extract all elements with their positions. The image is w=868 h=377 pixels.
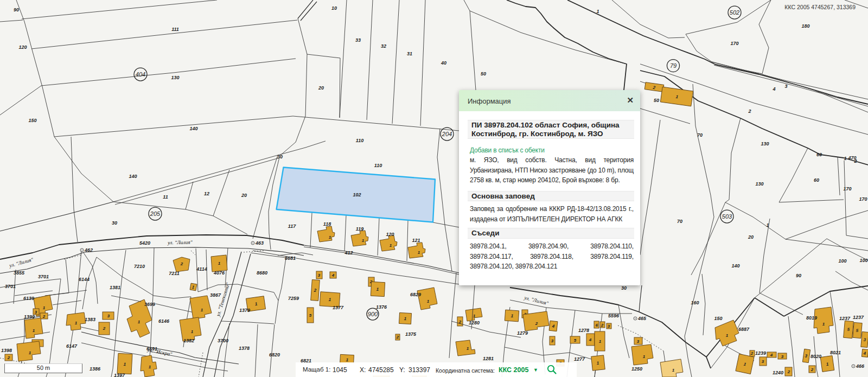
svg-text:1: 1: [33, 328, 35, 333]
svg-text:1: 1: [75, 321, 78, 325]
svg-text:6139: 6139: [23, 296, 34, 301]
svg-text:2: 2: [103, 326, 106, 331]
svg-text:110: 110: [374, 163, 382, 168]
svg-text:2: 2: [535, 321, 538, 326]
svg-text:30: 30: [112, 220, 117, 226]
svg-text:3: 3: [637, 339, 640, 344]
svg-text:7259: 7259: [288, 296, 299, 301]
svg-text:3: 3: [551, 338, 554, 343]
svg-text:1: 1: [766, 222, 769, 228]
svg-text:3867: 3867: [210, 292, 221, 298]
svg-text:170: 170: [843, 186, 851, 191]
svg-text:10: 10: [331, 5, 337, 11]
svg-text:900: 900: [368, 311, 378, 317]
svg-text:1237: 1237: [839, 316, 851, 321]
svg-text:465: 465: [637, 316, 647, 321]
svg-text:412: 412: [344, 250, 353, 255]
svg-text:1281: 1281: [483, 356, 494, 361]
svg-text:4114: 4114: [196, 266, 207, 272]
svg-text:1237: 1237: [853, 315, 864, 320]
svg-text:5: 5: [574, 338, 577, 343]
svg-text:1: 1: [672, 368, 675, 373]
svg-text:6147: 6147: [66, 343, 78, 349]
svg-text:1377: 1377: [333, 305, 344, 310]
svg-text:20: 20: [318, 85, 324, 91]
svg-text:50: 50: [654, 98, 659, 103]
svg-text:1382: 1382: [183, 338, 194, 343]
svg-text:4: 4: [770, 353, 773, 357]
svg-text:463: 463: [255, 240, 264, 246]
svg-text:462: 462: [84, 247, 93, 253]
svg-text:11: 11: [163, 194, 168, 200]
svg-text:1: 1: [390, 243, 392, 248]
svg-text:180: 180: [801, 23, 809, 29]
svg-text:170: 170: [730, 41, 738, 46]
svg-text:7210: 7210: [134, 264, 145, 269]
svg-text:466: 466: [856, 363, 865, 369]
svg-text:1383: 1383: [85, 317, 95, 322]
svg-text:150: 150: [714, 316, 722, 321]
svg-text:1: 1: [822, 322, 825, 327]
svg-text:130: 130: [171, 75, 179, 80]
svg-text:2: 2: [810, 367, 814, 372]
svg-text:33: 33: [355, 37, 361, 43]
svg-text:1399: 1399: [24, 314, 35, 320]
svg-text:3: 3: [318, 273, 321, 278]
svg-text:1279: 1279: [517, 330, 528, 336]
svg-text:130: 130: [755, 181, 763, 187]
svg-text:8681: 8681: [285, 255, 296, 261]
svg-text:1: 1: [149, 365, 151, 369]
svg-text:170: 170: [859, 196, 867, 202]
svg-text:130: 130: [761, 141, 769, 146]
svg-text:102: 102: [353, 192, 361, 197]
svg-text:1: 1: [29, 350, 31, 355]
svg-text:119: 119: [356, 226, 363, 232]
svg-text:40: 40: [441, 60, 446, 66]
svg-text:1: 1: [643, 354, 646, 359]
svg-text:3855: 3855: [14, 270, 25, 276]
svg-text:111: 111: [171, 27, 179, 32]
svg-text:5420: 5420: [139, 240, 150, 246]
svg-text:3: 3: [762, 359, 764, 364]
svg-text:3: 3: [781, 354, 784, 359]
svg-text:1: 1: [599, 339, 602, 344]
svg-text:100: 100: [838, 258, 846, 264]
svg-text:1278: 1278: [578, 328, 589, 333]
svg-text:2: 2: [853, 158, 857, 164]
svg-text:3: 3: [608, 324, 610, 329]
svg-text:8680: 8680: [257, 270, 267, 276]
svg-text:1397: 1397: [114, 373, 125, 377]
svg-text:30: 30: [277, 154, 283, 159]
svg-text:1: 1: [844, 156, 846, 161]
svg-text:8019: 8019: [806, 315, 817, 321]
svg-text:160: 160: [691, 300, 699, 305]
svg-text:140: 140: [731, 263, 739, 269]
svg-text:79: 79: [670, 62, 676, 69]
svg-text:1: 1: [138, 320, 141, 324]
svg-text:6829: 6829: [410, 292, 421, 297]
svg-text:3: 3: [784, 84, 787, 89]
svg-text:6146: 6146: [158, 318, 170, 324]
svg-text:2: 2: [180, 261, 183, 266]
svg-text:140: 140: [129, 174, 137, 179]
svg-text:121: 121: [412, 238, 420, 243]
svg-text:1: 1: [218, 261, 221, 266]
svg-text:1: 1: [191, 329, 194, 334]
svg-text:8021: 8021: [830, 350, 841, 355]
svg-text:4: 4: [331, 273, 335, 278]
svg-text:3699: 3699: [144, 302, 155, 307]
svg-text:1239: 1239: [755, 350, 766, 356]
svg-text:60: 60: [816, 152, 822, 157]
svg-text:1280: 1280: [469, 320, 480, 325]
svg-text:1: 1: [467, 346, 469, 351]
svg-text:20: 20: [748, 234, 754, 240]
svg-text:90: 90: [796, 273, 801, 278]
svg-text:100: 100: [859, 258, 867, 263]
svg-text:1: 1: [362, 238, 365, 243]
svg-text:2: 2: [601, 323, 604, 328]
svg-text:503: 503: [722, 213, 732, 220]
svg-text:5: 5: [309, 313, 312, 318]
svg-text:70: 70: [697, 132, 703, 138]
svg-text:60: 60: [814, 177, 819, 183]
svg-text:1381: 1381: [110, 285, 120, 290]
